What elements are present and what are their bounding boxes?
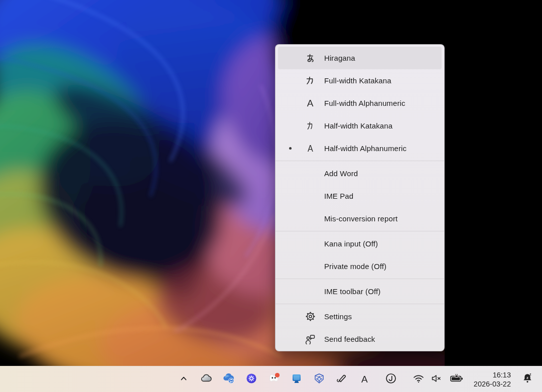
menu-item-label: Half-width Katakana xyxy=(324,121,392,130)
menu-item-half-width-katakana[interactable]: Half-width Katakana xyxy=(278,114,442,137)
menu-item-full-width-katakana[interactable]: Full-width Katakana xyxy=(278,69,442,92)
sync-cloud-icon xyxy=(222,373,235,386)
tray-ime-mode-a[interactable]: A xyxy=(353,366,376,392)
menu-item-label: Full-width Katakana xyxy=(324,76,391,85)
menu-item-label: Add Word xyxy=(324,169,358,178)
tray-display[interactable] xyxy=(286,366,308,392)
desktop-wallpaper xyxy=(0,0,542,366)
menu-item-hiragana[interactable]: Hiragana xyxy=(278,47,442,69)
menu-item-label: IME toolbar (Off) xyxy=(324,287,380,296)
katakana-ka-half-icon xyxy=(296,121,324,131)
notification-bell-dnd-icon: zz xyxy=(521,372,533,386)
menu-item-label: Send feedback xyxy=(324,335,375,343)
menu-item-ime-pad[interactable]: IME Pad xyxy=(278,185,442,207)
tray-onedrive-cloud[interactable] xyxy=(195,366,218,392)
menu-divider xyxy=(276,304,444,304)
tray-battery-charging[interactable] xyxy=(446,366,468,392)
menu-item-kana-input-off[interactable]: Kana input (Off) xyxy=(278,232,442,255)
taskbar-clock[interactable]: 16:132026-03-22 xyxy=(474,370,511,388)
tray-sync-cloud[interactable] xyxy=(218,366,240,392)
onedrive-cloud-icon xyxy=(200,373,212,385)
battery-charging-icon xyxy=(450,373,464,385)
gear-icon xyxy=(296,311,324,322)
ime-mode-a-icon: A xyxy=(361,374,368,385)
tray-discord[interactable] xyxy=(263,366,286,392)
tray-spinner-orb[interactable] xyxy=(240,366,263,392)
svg-text:z: z xyxy=(526,375,528,380)
menu-item-ime-toolbar-off[interactable]: IME toolbar (Off) xyxy=(278,280,442,303)
latin-a-half-icon: A xyxy=(296,143,324,154)
menu-divider xyxy=(276,161,444,161)
menu-item-private-mode-off[interactable]: Private mode (Off) xyxy=(278,255,442,278)
feedback-icon xyxy=(296,334,324,344)
desktop: HiraganaFull-width KatakanaAFull-width A… xyxy=(0,0,542,392)
tray-box-star[interactable] xyxy=(308,366,331,392)
menu-divider xyxy=(276,231,444,231)
menu-item-settings[interactable]: Settings xyxy=(278,305,442,328)
volume-muted-icon xyxy=(431,373,443,385)
menu-item-send-feedback[interactable]: Send feedback xyxy=(278,328,442,350)
menu-item-label: Kana input (Off) xyxy=(324,239,378,248)
tray-chevron-up[interactable] xyxy=(173,366,195,392)
menu-item-label: Mis-conversion report xyxy=(324,214,397,223)
notification-bell-button[interactable]: zz xyxy=(516,366,539,392)
katakana-ka-icon xyxy=(296,76,324,86)
chevron-up-icon xyxy=(178,373,189,385)
tray-circle-j[interactable] xyxy=(380,366,402,392)
hiragana-a-icon xyxy=(296,53,324,63)
selected-bullet xyxy=(284,147,296,150)
latin-a-icon: A xyxy=(296,98,324,109)
menu-item-label: Full-width Alphanumeric xyxy=(324,99,405,107)
wifi-icon xyxy=(413,373,425,385)
box-star-icon xyxy=(313,372,325,386)
menu-item-half-width-alphanumeric[interactable]: AHalf-width Alphanumeric xyxy=(278,137,442,160)
display-icon xyxy=(291,373,303,386)
tray-volume-muted[interactable] xyxy=(428,366,446,392)
menu-item-mis-conversion-report[interactable]: Mis-conversion report xyxy=(278,207,442,230)
taskbar: A16:132026-03-22zz xyxy=(0,366,542,392)
spinner-orb-icon xyxy=(245,372,257,386)
pen-icon xyxy=(336,372,348,386)
discord-icon xyxy=(267,372,281,386)
tray-pen[interactable] xyxy=(331,366,353,392)
menu-item-label: IME Pad xyxy=(324,192,353,200)
clock-date: 2026-03-22 xyxy=(474,379,511,388)
ime-context-menu: HiraganaFull-width KatakanaAFull-width A… xyxy=(275,44,445,351)
clock-time: 16:13 xyxy=(474,370,511,379)
menu-item-label: Settings xyxy=(324,312,352,321)
menu-item-add-word[interactable]: Add Word xyxy=(278,162,442,185)
menu-item-label: Private mode (Off) xyxy=(324,262,386,271)
menu-divider xyxy=(276,279,444,279)
svg-text:z: z xyxy=(529,372,531,376)
system-tray: A16:132026-03-22zz xyxy=(173,366,542,392)
menu-item-label: Hiragana xyxy=(324,54,355,62)
menu-item-full-width-alphanumeric[interactable]: AFull-width Alphanumeric xyxy=(278,92,442,114)
menu-item-label: Half-width Alphanumeric xyxy=(324,144,406,153)
tray-wifi[interactable] xyxy=(410,366,428,392)
circle-j-icon xyxy=(385,372,397,386)
